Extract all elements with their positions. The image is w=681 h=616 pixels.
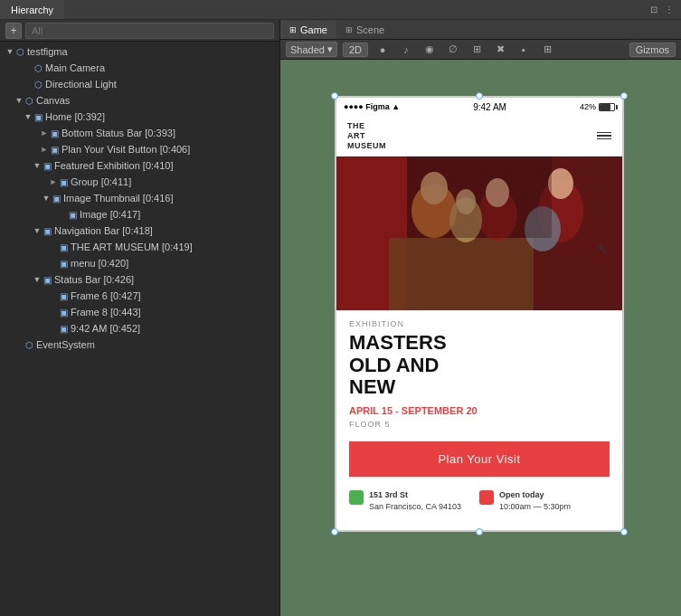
cube-icon: ▣ (60, 291, 68, 301)
plan-visit-button[interactable]: Plan Your Visit (349, 441, 610, 477)
tree-item-bottom-status-bar[interactable]: ► ▣ Bottom Status Bar [0:393] (0, 125, 279, 141)
tree-item-time[interactable]: ▣ 9:42 AM [0:452] (0, 320, 279, 336)
tree-label: Main Camera (45, 62, 105, 73)
right-panel: ⊞ Game ⊞ Scene Shaded ▾ 2D ● ♪ ◉ ∅ ⊞ ✖ ▪… (280, 20, 681, 616)
svg-rect-2 (389, 238, 534, 310)
tree-item-testfigma[interactable]: ▼ ⬡ testfigma (0, 43, 279, 60)
lock-icon[interactable]: ⊡ (648, 5, 659, 14)
battery-pct: 42% (580, 102, 596, 111)
tree-label: Plan Your Visit Button [0:406] (61, 144, 190, 155)
battery-icon (599, 103, 615, 111)
address-line2: San Francisco, CA 94103 (369, 501, 461, 513)
arrow-icon: ▼ (22, 112, 34, 121)
scene-tab-label: Scene (356, 24, 384, 35)
hours-text: Open today 10:00am — 5:30pm (499, 489, 571, 512)
tree-item-navigation-bar[interactable]: ▼ ▣ Navigation Bar [0:418] (0, 223, 279, 239)
location-info: 151 3rd St San Francisco, CA 94103 (349, 489, 479, 512)
open-hours: 10:00am — 5:30pm (499, 501, 571, 513)
hamburger-line3 (597, 138, 611, 140)
toolbar-icon-3[interactable]: ◉ (421, 42, 439, 58)
bottom-info: 151 3rd St San Francisco, CA 94103 Open … (349, 489, 610, 521)
tree-item-featured-exhibition[interactable]: ▼ ▣ Featured Exhibition [0:410] (0, 157, 279, 174)
game-toolbar: Shaded ▾ 2D ● ♪ ◉ ∅ ⊞ ✖ ▪ ⊞ Gizmos (280, 40, 681, 60)
toolbar-icon-6[interactable]: ✖ (491, 42, 509, 58)
tree-label: 9:42 AM [0:452] (71, 323, 140, 334)
svg-point-8 (548, 168, 573, 199)
status-right: 42% (580, 102, 615, 111)
scene-tab[interactable]: ⊞ Scene (336, 20, 393, 39)
logo-line3: MUSEUM (347, 141, 386, 151)
tree-item-group[interactable]: ► ▣ Group [0:411] (0, 174, 279, 190)
exhibition-title: MASTERS OLD AND NEW (349, 332, 610, 398)
painting-svg (336, 156, 622, 310)
tree-item-status-bar[interactable]: ▼ ▣ Status Bar [0:426] (0, 271, 279, 288)
game-tab[interactable]: ⊞ Game (280, 20, 336, 39)
add-button[interactable]: + (5, 23, 22, 39)
tree-item-frame6[interactable]: ▣ Frame 6 [0:427] (0, 288, 279, 304)
cube-icon: ▣ (60, 242, 68, 252)
main-layout: + ▼ ⬡ testfigma ⬡ Main Camera ⬡ Directio… (0, 20, 681, 616)
toolbar-icon-1[interactable]: ● (374, 42, 392, 58)
2d-button[interactable]: 2D (343, 43, 368, 57)
phone-status-bar: ●●●● Figma ▲ 9:42 AM 42% (336, 98, 622, 116)
status-signal: ●●●● Figma ▲ (344, 102, 400, 111)
toolbar-icon-7[interactable]: ▪ (515, 42, 533, 58)
tree-item-canvas[interactable]: ▼ ⬡ Canvas (0, 92, 279, 109)
cube-icon: ▣ (43, 275, 52, 285)
shaded-label: Shaded (290, 44, 325, 55)
selection-handle-tr[interactable] (620, 92, 628, 100)
tree-label: Bottom Status Bar [0:393] (61, 128, 175, 138)
selection-handle-bl[interactable] (331, 528, 338, 535)
tree-label: Canvas (36, 95, 70, 106)
gizmos-button[interactable]: Gizmos (629, 43, 676, 57)
toolbar-icon-2[interactable]: ♪ (397, 42, 415, 58)
toolbar-icon-5[interactable]: ⊞ (468, 42, 486, 58)
selection-handle-mb[interactable] (476, 528, 483, 535)
cube-icon: ▣ (52, 194, 61, 204)
hierarchy-tree: ▼ ⬡ testfigma ⬡ Main Camera ⬡ Directiona… (0, 42, 279, 616)
tree-label: Image Thumbnail [0:416] (63, 193, 173, 204)
arrow-icon: ▼ (40, 194, 52, 203)
selection-handle-br[interactable] (620, 528, 628, 535)
tree-item-home[interactable]: ▼ ▣ Home [0:392] (0, 109, 279, 125)
toolbar-icon-8[interactable]: ⊞ (538, 42, 556, 58)
tree-label: Directional Light (45, 79, 117, 90)
menu-icon[interactable]: ⋮ (663, 5, 676, 14)
cube-icon: ⬡ (34, 80, 43, 90)
exhibition-floor: FLOOR 5 (349, 420, 610, 429)
tree-label: Home [0:392] (45, 111, 105, 122)
scene-area: ●●●● Figma ▲ 9:42 AM 42% THE (280, 60, 681, 616)
tree-item-main-camera[interactable]: ⬡ Main Camera (0, 60, 279, 76)
cube-icon: ▣ (60, 259, 68, 269)
title-line1: MASTERS (349, 332, 610, 354)
toolbar-icon-4[interactable]: ∅ (444, 42, 462, 58)
hierarchy-tab-controls: ⊡ ⋮ (648, 5, 681, 14)
top-tab-bar: Hierarchy ⊡ ⋮ (0, 0, 681, 20)
hierarchy-tab[interactable]: Hierarchy (0, 0, 64, 19)
selection-handle-mt[interactable] (476, 92, 483, 100)
cube-icon: ▣ (69, 210, 77, 220)
tree-item-directional-light[interactable]: ⬡ Directional Light (0, 76, 279, 92)
tree-item-event-system[interactable]: ⬡ EventSystem (0, 336, 279, 353)
tree-label: Frame 8 [0:443] (71, 307, 141, 317)
museum-logo: THE ART MUSEUM (347, 121, 386, 150)
battery-fill (600, 104, 610, 110)
tree-item-image-thumbnail[interactable]: ▼ ▣ Image Thumbnail [0:416] (0, 190, 279, 206)
cube-icon: ▣ (43, 161, 52, 171)
tree-label: Status Bar [0:426] (54, 274, 134, 285)
arrow-icon: ▼ (31, 275, 43, 284)
tree-label: Featured Exhibition [0:410] (54, 160, 173, 171)
tree-item-frame8[interactable]: ▣ Frame 8 [0:443] (0, 304, 279, 320)
status-time: 9:42 AM (473, 102, 506, 112)
tree-item-art-museum[interactable]: ▣ THE ART MUSEUM [0:419] (0, 239, 279, 255)
tree-item-image[interactable]: ▣ Image [0:417] (0, 206, 279, 223)
scene-tab-icon: ⊞ (345, 25, 353, 34)
tree-label: testfigma (27, 46, 68, 57)
shaded-dropdown[interactable]: Shaded ▾ (286, 42, 337, 57)
hamburger-menu[interactable] (597, 132, 611, 140)
search-input[interactable] (25, 23, 274, 39)
tree-item-plan-visit[interactable]: ► ▣ Plan Your Visit Button [0:406] (0, 141, 279, 157)
selection-handle-tl[interactable] (331, 92, 338, 100)
tree-item-menu[interactable]: ▣ menu [0:420] (0, 255, 279, 271)
arrow-icon: ► (47, 177, 60, 186)
